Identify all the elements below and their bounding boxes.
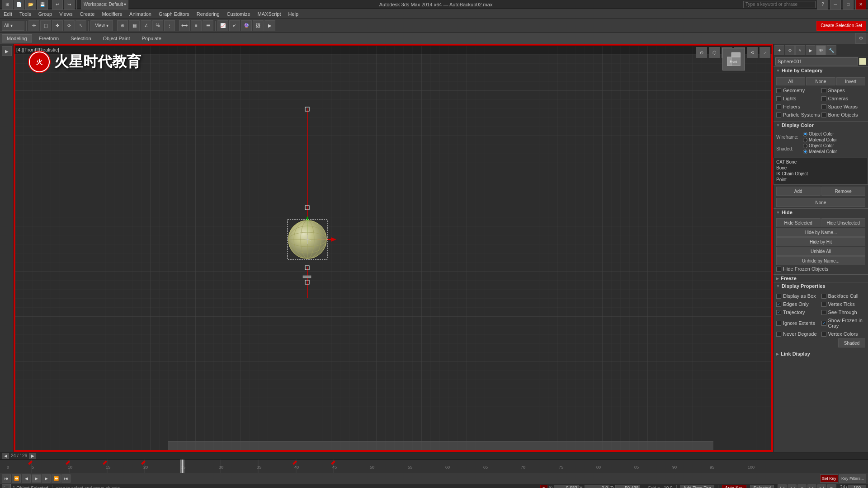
hbc-invert-btn[interactable]: Invert [836, 77, 865, 85]
next-key-btn[interactable]: ⏩ [52, 474, 61, 483]
hide-section-header[interactable]: ▼ Hide [774, 208, 868, 216]
angle-snap[interactable]: ∠ [141, 20, 151, 31]
spinner-snap[interactable]: ⋮ [164, 20, 175, 31]
frame-loop-btn[interactable]: ↻ [827, 484, 836, 488]
end-frame-input[interactable] [848, 485, 866, 488]
save-btn[interactable]: 💾 [37, 0, 48, 10]
list-remove-btn[interactable]: Remove [821, 187, 866, 196]
menu-rendering[interactable]: Rendering [193, 10, 223, 18]
unhide-all-btn[interactable]: Unhide All [776, 247, 865, 256]
set-key-btn[interactable]: Set Key [820, 474, 838, 483]
menu-animation[interactable]: Animation [126, 10, 155, 18]
help-btn[interactable]: ? [817, 0, 828, 10]
freeze-section-header[interactable]: ▶ Freeze [774, 274, 868, 282]
display-props-header[interactable]: ▼ Display Properties [774, 282, 868, 290]
selected-dropdown-btn[interactable]: Selected [750, 485, 774, 488]
app-icon[interactable]: ⊞ [2, 0, 13, 10]
redo-btn[interactable]: ↪ [64, 0, 75, 10]
play-forward-btn[interactable]: ⏭ [61, 474, 71, 483]
tab-populate[interactable]: Populate [137, 34, 166, 42]
menu-views[interactable]: Views [56, 10, 76, 18]
ref-coord-dropdown[interactable]: View ▾ [90, 20, 113, 31]
x-coord-input[interactable] [554, 485, 579, 488]
prev-frame-btn[interactable]: ◀ [2, 453, 9, 459]
list-cat-bone[interactable]: CAT Bone [775, 159, 867, 165]
create-selection-set[interactable]: Create Selection Set [816, 21, 866, 31]
hbc-lights-check[interactable] [776, 96, 781, 101]
undo-btn[interactable]: ↩ [52, 0, 63, 10]
hbc-geometry-check[interactable] [776, 88, 781, 93]
object-icon[interactable]: ⬛ [2, 484, 11, 488]
panel-create[interactable]: ✦ [774, 45, 784, 55]
dp-show-frozen-gray-check[interactable] [821, 321, 826, 326]
frame-back-btn[interactable]: ◀◀ [788, 484, 797, 488]
dp-vertex-colors-check[interactable] [821, 332, 826, 337]
move-tool[interactable]: ✤ [52, 20, 63, 31]
frame-fwd-btn[interactable]: ▶▶ [807, 484, 816, 488]
panel-hierarchy[interactable]: ⑂ [795, 45, 805, 55]
hbc-none-btn[interactable]: None [806, 77, 835, 85]
menu-create[interactable]: Create [76, 10, 98, 18]
menu-edit[interactable]: Edit [0, 10, 16, 18]
search-input[interactable] [743, 1, 816, 8]
prev-frame-btn2[interactable]: ◀ [22, 474, 31, 483]
prev-key-btn[interactable]: ⏪ [12, 474, 21, 483]
next-frame-btn2[interactable]: ▶ [42, 474, 51, 483]
hbc-shapes-check[interactable] [821, 88, 826, 93]
panel-modify[interactable]: ⚙ [785, 45, 795, 55]
next-frame-btn[interactable]: ▶ [29, 453, 36, 459]
mirror-tool[interactable]: ⟷ [179, 20, 190, 31]
layer-mgr[interactable]: ☰ [203, 20, 213, 31]
dp-trajectory-check[interactable] [776, 310, 781, 315]
filter-dropdown[interactable]: All ▾ [2, 21, 24, 31]
nav-cube[interactable]: Front [722, 48, 745, 70]
display-color-header[interactable]: ▼ Display Color [774, 121, 868, 129]
dp-never-degrade-check[interactable] [776, 332, 781, 337]
dp-vertex-ticks-check[interactable] [821, 302, 826, 307]
dp-see-through-check[interactable] [821, 310, 826, 315]
key-filters-btn[interactable]: Key Filters... [839, 474, 866, 483]
menu-group[interactable]: Group [35, 10, 56, 18]
add-time-tag-btn[interactable]: Add Time Tag [680, 485, 714, 488]
render-setup[interactable]: 🖼 [253, 20, 264, 31]
percent-snap[interactable]: % [152, 20, 163, 31]
open-btn[interactable]: 📂 [25, 0, 36, 10]
align-tool[interactable]: ≡ [191, 20, 202, 31]
hbc-all-btn[interactable]: All [776, 77, 805, 85]
shaded-object-color-radio[interactable] [803, 144, 807, 148]
list-none-btn[interactable]: None [776, 198, 865, 207]
hide-unselected-btn[interactable]: Hide Unselected [821, 218, 866, 227]
hide-by-hit-btn[interactable]: Hide by Hit [776, 237, 865, 246]
vp-btn6[interactable]: ⊿ [760, 47, 770, 58]
maximize-btn[interactable]: □ [843, 0, 854, 10]
render-frame[interactable]: ▶ [264, 20, 275, 31]
menu-help[interactable]: Help [285, 10, 302, 18]
select-tool[interactable]: ✛ [28, 20, 39, 31]
hbc-cameras-check[interactable] [821, 96, 826, 101]
menu-graph-editors[interactable]: Graph Editors [155, 10, 193, 18]
dp-ignore-extents-check[interactable] [776, 321, 781, 326]
hide-frozen-check[interactable] [776, 267, 781, 272]
dp-edges-only-check[interactable] [776, 302, 781, 307]
use-pivot[interactable]: ⊕ [117, 20, 128, 31]
menu-maxscript[interactable]: MAXScript [254, 10, 285, 18]
z-coord-input[interactable] [615, 485, 640, 488]
object-type-list[interactable]: CAT Bone Bone IK Chain Object Point [774, 158, 868, 185]
wireframe-material-color-radio[interactable] [803, 138, 807, 142]
panel-utilities[interactable]: 🔧 [826, 45, 836, 55]
hide-by-name-btn[interactable]: Hide by Name... [776, 228, 865, 237]
y-coord-input[interactable] [585, 485, 609, 488]
tab-freeform[interactable]: Freeform [34, 34, 64, 42]
sub-toolbar-config[interactable]: ⚙ [855, 33, 866, 44]
new-btn[interactable]: 📄 [14, 0, 24, 10]
play-btn[interactable]: ▶ [32, 474, 41, 483]
dp-display-as-box-check[interactable] [776, 294, 781, 299]
list-add-btn[interactable]: Add [776, 187, 821, 196]
rotate-tool[interactable]: ⟳ [64, 20, 75, 31]
vp-btn2[interactable]: ⬡ [709, 47, 720, 58]
list-point[interactable]: Point [775, 177, 867, 183]
viewport[interactable]: [4:][Front][Realistic] 火 火星时代教育 Front [14, 44, 773, 452]
schematic-view[interactable]: 🗸 [229, 20, 240, 31]
list-ik-chain[interactable]: IK Chain Object [775, 171, 867, 177]
play-back-btn[interactable]: ⏮ [2, 474, 11, 483]
